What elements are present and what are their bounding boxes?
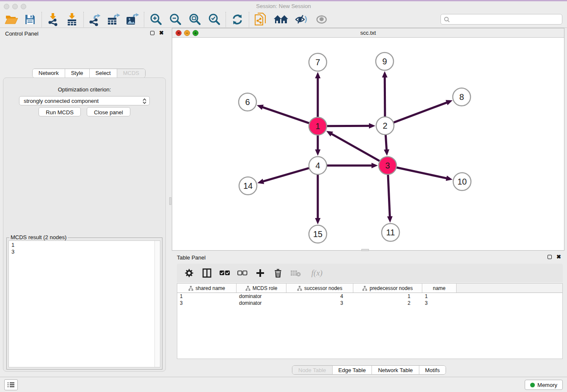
- delete-column-trash-icon[interactable]: [272, 268, 284, 279]
- graph-node-1[interactable]: 1: [309, 117, 327, 135]
- run-mcds-button[interactable]: Run MCDS: [39, 107, 81, 116]
- zoom-fit-icon[interactable]: [187, 12, 203, 27]
- graph-edge-4-14[interactable]: [257, 168, 309, 184]
- splitter-grip-vertical[interactable]: [169, 197, 171, 205]
- graph-node-10[interactable]: 10: [453, 173, 471, 190]
- column-header-successor-nodes[interactable]: successor nodes: [286, 284, 353, 293]
- export-image-icon[interactable]: [124, 12, 140, 27]
- graph-edge-3-1[interactable]: [326, 131, 380, 161]
- search-icon: [443, 16, 450, 23]
- cell-name[interactable]: 1: [422, 293, 457, 300]
- search-box[interactable]: [440, 14, 562, 25]
- cell-mcds-role[interactable]: dominator: [237, 293, 286, 300]
- import-network-icon[interactable]: [45, 12, 61, 27]
- column-header-predecessor-nodes[interactable]: predecessor nodes: [353, 284, 422, 293]
- graph-edge-2-9[interactable]: [382, 71, 388, 117]
- graph-node-3[interactable]: 3: [379, 157, 396, 174]
- graph-edge-2-3[interactable]: [384, 135, 389, 156]
- cell-successor-nodes[interactable]: 4: [286, 293, 353, 300]
- column-header-mcds-role[interactable]: MCDS role: [237, 284, 286, 293]
- refresh-icon[interactable]: [229, 12, 245, 27]
- graph-edge-4-15[interactable]: [315, 174, 321, 224]
- tab-motifs[interactable]: Motifs: [419, 366, 446, 374]
- graph-node-15[interactable]: 15: [309, 225, 327, 243]
- column-header-shared-name[interactable]: shared name: [177, 284, 237, 293]
- graph-edge-3-11[interactable]: [387, 174, 393, 223]
- network-window-title: scc.txt: [172, 30, 564, 36]
- memory-label: Memory: [537, 382, 557, 388]
- cell-shared-name[interactable]: 3: [177, 300, 237, 306]
- cell-shared-name[interactable]: 1: [177, 293, 237, 300]
- mcds-result-text[interactable]: 1 3: [8, 240, 160, 367]
- table-row[interactable]: 1 dominator 4 1 1: [177, 293, 562, 300]
- network-canvas[interactable]: 1234678910111415: [172, 38, 564, 250]
- cell-predecessor-nodes[interactable]: 1: [353, 293, 422, 300]
- tab-select[interactable]: Select: [90, 69, 117, 77]
- result-line: 1: [11, 242, 157, 248]
- save-session-icon[interactable]: [22, 12, 38, 27]
- graph-edge-1-7[interactable]: [315, 72, 321, 117]
- close-panel-button[interactable]: Close panel: [87, 107, 130, 116]
- control-panel-close-button[interactable]: ✖: [159, 30, 164, 36]
- table-panel-close-button[interactable]: ✖: [556, 254, 561, 260]
- hide-selected-eye-icon[interactable]: [293, 12, 309, 27]
- splitter-grip-horizontal[interactable]: [361, 249, 369, 251]
- delete-table-icon[interactable]: [290, 268, 301, 279]
- tab-edge-table[interactable]: Edge Table: [333, 366, 372, 374]
- graph-node-11[interactable]: 11: [382, 224, 399, 241]
- graph-edge-1-6[interactable]: [257, 105, 309, 123]
- open-session-icon[interactable]: [3, 12, 19, 27]
- task-history-button[interactable]: [4, 379, 18, 390]
- memory-button[interactable]: Memory: [525, 380, 563, 390]
- export-network-icon[interactable]: [87, 12, 103, 27]
- graph-node-8[interactable]: 8: [453, 88, 471, 106]
- cell-name[interactable]: 3: [422, 300, 457, 306]
- add-column-icon[interactable]: [255, 268, 266, 279]
- cell-predecessor-nodes[interactable]: 2: [353, 300, 422, 306]
- tab-network[interactable]: Network: [33, 69, 65, 77]
- table-row[interactable]: 3 dominator 3 2 3: [177, 300, 562, 306]
- graph-edge-1-4[interactable]: [315, 135, 321, 156]
- home-icon[interactable]: [273, 12, 289, 27]
- network-window-titlebar[interactable]: ✕ − + scc.txt: [172, 28, 564, 38]
- graph-node-label: 3: [385, 161, 390, 170]
- list-icon: [7, 382, 15, 388]
- cell-mcds-role[interactable]: dominator: [237, 300, 286, 306]
- cell-successor-nodes[interactable]: 3: [286, 300, 353, 306]
- control-panel-float-button[interactable]: [150, 31, 154, 35]
- select-all-columns-icon[interactable]: [219, 268, 230, 279]
- graph-node-4[interactable]: 4: [309, 157, 327, 174]
- search-input[interactable]: [450, 15, 562, 24]
- graph-node-14[interactable]: 14: [239, 177, 257, 195]
- graph-node-9[interactable]: 9: [376, 52, 394, 70]
- zoom-in-icon[interactable]: [148, 12, 164, 27]
- graph-node-6[interactable]: 6: [239, 93, 256, 111]
- tab-style[interactable]: Style: [65, 69, 90, 77]
- graph-edge-3-10[interactable]: [396, 167, 453, 181]
- network-file-icon[interactable]: [253, 12, 269, 27]
- export-table-icon[interactable]: [106, 12, 122, 27]
- network-view-window: ✕ − + scc.txt 1234678910111415: [172, 28, 564, 251]
- table-panel-float-button[interactable]: [548, 255, 552, 259]
- function-builder-icon[interactable]: f(x): [308, 268, 326, 279]
- tab-network-table[interactable]: Network Table: [372, 366, 419, 374]
- graph-edge-1-2[interactable]: [327, 123, 375, 129]
- memory-status-dot: [530, 383, 535, 387]
- import-table-icon[interactable]: [64, 12, 80, 27]
- zoom-out-icon[interactable]: [167, 12, 183, 27]
- table-settings-gear-icon[interactable]: [184, 268, 195, 279]
- show-all-eye-icon[interactable]: [314, 12, 330, 27]
- mcds-result-groupbox: MCDS result (2 nodes) 1 3: [6, 237, 162, 370]
- graph-node-2[interactable]: 2: [376, 117, 394, 135]
- optimization-criterion-dropdown[interactable]: strongly connected component: [19, 96, 150, 105]
- result-scrollbar[interactable]: [154, 241, 160, 367]
- unselect-all-columns-icon[interactable]: [237, 268, 248, 279]
- graph-node-7[interactable]: 7: [309, 53, 327, 71]
- zoom-selected-icon[interactable]: [206, 12, 222, 27]
- tab-mcds[interactable]: MCDS: [117, 69, 145, 77]
- column-header-name[interactable]: name: [422, 284, 457, 293]
- graph-edge-2-8[interactable]: [394, 100, 453, 122]
- graph-edge-4-3[interactable]: [327, 163, 378, 168]
- split-columns-icon[interactable]: [201, 268, 212, 279]
- tab-node-table[interactable]: Node Table: [292, 366, 333, 374]
